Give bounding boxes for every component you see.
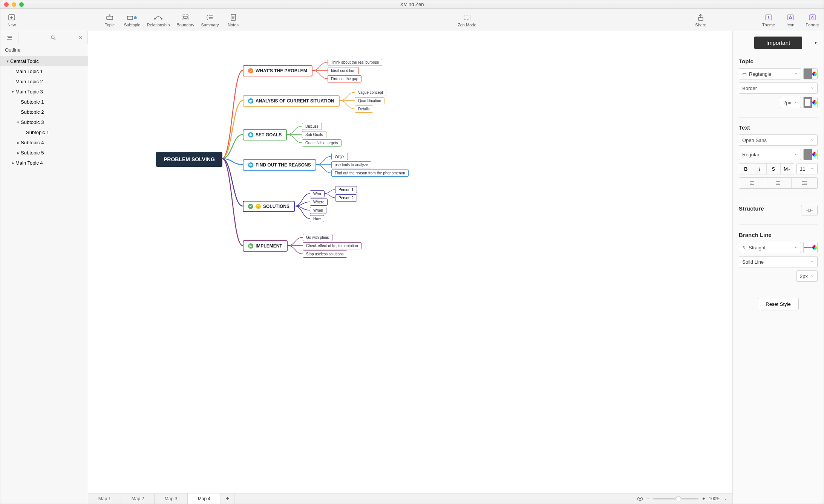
- root-node[interactable]: PROBLEM SOLVING: [156, 152, 222, 167]
- outline-item[interactable]: ▼Subtopic 3: [0, 117, 88, 127]
- strike-button[interactable]: S: [767, 163, 781, 174]
- case-button[interactable]: M⌄: [781, 163, 794, 174]
- summary-button[interactable]: Summary: [201, 13, 219, 27]
- outline-item[interactable]: Main Topic 1: [0, 66, 88, 76]
- new-button[interactable]: New: [4, 13, 19, 27]
- branch-node[interactable]: ✿FIND OUT THE REASONS: [243, 159, 316, 171]
- align-center[interactable]: [765, 178, 791, 188]
- structure-button[interactable]: [801, 205, 818, 215]
- branch-node[interactable]: ✔💡SOLUTIONS: [243, 201, 295, 212]
- leaf-node[interactable]: Why?: [331, 153, 348, 160]
- leaf-node[interactable]: Stop useless solutions: [303, 250, 347, 258]
- format-title-dropdown[interactable]: ▼: [814, 41, 818, 45]
- leaf-node[interactable]: Find out the reason from the phenomenon: [331, 170, 409, 177]
- leaf-node[interactable]: Quantification: [355, 97, 384, 104]
- zen-mode-button[interactable]: Zen Mode: [458, 13, 476, 27]
- leaf-node[interactable]: When: [310, 207, 326, 214]
- svg-rect-21: [464, 15, 470, 20]
- add-map-tab[interactable]: +: [221, 493, 234, 504]
- outline-panel: ✕ Outline ▼Central TopicMain Topic 1Main…: [0, 31, 88, 504]
- close-window[interactable]: [4, 2, 9, 7]
- eye-icon[interactable]: [637, 496, 643, 501]
- leaf-node[interactable]: Check effect of Implementation: [303, 242, 361, 249]
- minimize-window[interactable]: [12, 2, 16, 7]
- topic-button[interactable]: Topic: [102, 13, 117, 27]
- svg-point-11: [161, 18, 162, 20]
- format-icon: [807, 13, 818, 22]
- leaf-node[interactable]: Think about the real purpose: [328, 59, 382, 66]
- leaf-node[interactable]: Quantifiable targets: [302, 139, 342, 147]
- branch-line-select[interactable]: Solid Line: [739, 256, 818, 267]
- icon-button[interactable]: Icon: [783, 13, 798, 27]
- font-family-select[interactable]: Open Sans: [739, 134, 818, 146]
- leaf-node[interactable]: Details: [355, 105, 373, 113]
- maximize-window[interactable]: [19, 2, 24, 7]
- shape-select[interactable]: ▭Regtangle: [739, 68, 801, 79]
- leaf-node[interactable]: Person 2: [335, 194, 357, 202]
- border-color[interactable]: [803, 97, 818, 108]
- mindmap-canvas[interactable]: PROBLEM SOLVING?WHAT'S THE PROBLEMThink …: [88, 31, 732, 493]
- outline-item[interactable]: ▶Subtopic 4: [0, 137, 88, 148]
- zoom-dropdown[interactable]: ⌄: [724, 497, 727, 501]
- map-tab[interactable]: Map 1: [88, 493, 121, 504]
- shape-color[interactable]: [803, 68, 818, 79]
- map-tab[interactable]: Map 4: [188, 493, 221, 504]
- outline-item[interactable]: ▼Main Topic 3: [0, 87, 88, 97]
- leaf-node[interactable]: How: [310, 215, 324, 222]
- outline-item[interactable]: ▶Subtopic 5: [0, 148, 88, 158]
- search-tab[interactable]: ✕: [18, 31, 88, 44]
- branch-width-select[interactable]: 2px: [796, 270, 818, 282]
- structure-section-header: Structure: [739, 205, 764, 212]
- leaf-node[interactable]: Person 1: [335, 186, 357, 193]
- outline-item[interactable]: ▼Central Topic: [0, 56, 88, 66]
- zoom-slider[interactable]: [653, 498, 698, 499]
- subtopic-button[interactable]: Subtopic: [124, 13, 140, 27]
- outline-header: Outline: [0, 44, 88, 56]
- branch-color[interactable]: [803, 242, 818, 253]
- font-weight-select[interactable]: Regular: [739, 149, 801, 160]
- notes-button[interactable]: Notes: [226, 13, 241, 27]
- branch-node[interactable]: ◐ANALYSIS OF CURRENT SITUATION: [243, 95, 340, 107]
- leaf-node[interactable]: Sub Goals: [302, 131, 326, 138]
- boundary-button[interactable]: Boundary: [176, 13, 194, 27]
- leaf-node[interactable]: Vague concept: [355, 89, 386, 96]
- leaf-node[interactable]: use tools to analyze: [331, 161, 371, 168]
- bold-button[interactable]: B: [739, 163, 753, 174]
- share-button[interactable]: Share: [693, 13, 708, 27]
- align-left[interactable]: [739, 178, 765, 188]
- map-tab[interactable]: Map 3: [155, 493, 188, 504]
- outline-item[interactable]: Subtopic 1: [0, 127, 88, 137]
- outline-item[interactable]: Subtopic 2: [0, 107, 88, 117]
- zoom-in[interactable]: +: [702, 496, 705, 501]
- align-right[interactable]: [792, 178, 817, 188]
- branch-style-select[interactable]: ↖Straight: [739, 242, 801, 253]
- map-tab[interactable]: Map 2: [121, 493, 155, 504]
- leaf-node[interactable]: Discuss: [302, 123, 322, 130]
- outline-item[interactable]: Subtopic 1: [0, 97, 88, 107]
- leaf-node[interactable]: Who: [310, 190, 325, 197]
- outline-item[interactable]: ▶Main Topic 4: [0, 158, 88, 168]
- border-select[interactable]: Border: [739, 82, 818, 94]
- theme-button[interactable]: Theme: [761, 13, 776, 27]
- branch-node[interactable]: ▶IMPLEMENT: [243, 240, 288, 252]
- text-section-header: Text: [739, 124, 818, 131]
- zoom-out[interactable]: −: [647, 496, 649, 501]
- branch-node[interactable]: ?WHAT'S THE PROBLEM: [243, 65, 312, 76]
- text-color[interactable]: [803, 149, 818, 160]
- leaf-node[interactable]: Find out the gap: [328, 75, 361, 82]
- leaf-node[interactable]: Ideal condition: [328, 67, 359, 74]
- outline-item[interactable]: Main Topic 2: [0, 76, 88, 87]
- format-button[interactable]: Format: [805, 13, 820, 27]
- relationship-button[interactable]: Relationship: [147, 13, 170, 27]
- leaf-node[interactable]: Where: [310, 199, 328, 206]
- new-icon: [6, 13, 17, 22]
- leaf-node[interactable]: Go with plans: [303, 234, 332, 241]
- border-width-select[interactable]: 2px: [780, 97, 801, 108]
- italic-button[interactable]: I: [753, 163, 767, 174]
- branch-node[interactable]: ✱SET GOALS: [243, 129, 287, 141]
- outline-tab-icon[interactable]: [0, 31, 18, 44]
- close-icon[interactable]: ✕: [78, 35, 83, 41]
- reset-style-button[interactable]: Reset Style: [758, 298, 798, 310]
- font-size-select[interactable]: 11: [796, 163, 818, 174]
- format-title[interactable]: Important: [754, 37, 802, 49]
